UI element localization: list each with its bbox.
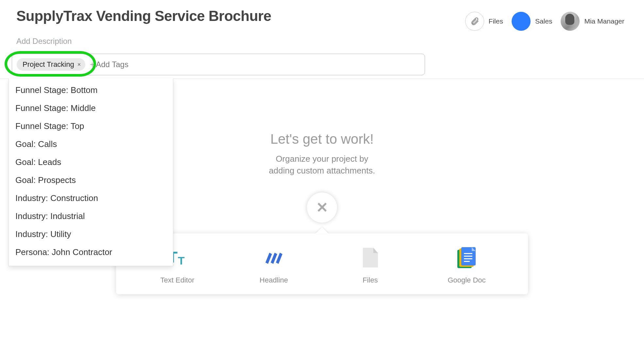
close-icon: ✕: [316, 199, 328, 216]
tag-suggestion-item[interactable]: Industry: Construction: [9, 189, 173, 207]
user-name-label: Mia Manager: [584, 17, 624, 25]
tag-suggestion-item[interactable]: Industry: Utility: [9, 225, 173, 243]
files-button[interactable]: Files: [465, 12, 503, 31]
sales-label: Sales: [535, 17, 552, 25]
tag-chip-label: Project Tracking: [23, 60, 74, 69]
attachment-label: Google Doc: [448, 276, 485, 284]
panel-caret-icon: [315, 227, 329, 234]
svg-rect-5: [464, 253, 472, 254]
close-attachments-button[interactable]: ✕: [307, 192, 337, 223]
tag-suggestion-item[interactable]: Goal: Calls: [9, 135, 173, 153]
tag-suggestion-item[interactable]: Goal: Leads: [9, 153, 173, 171]
user-menu[interactable]: Mia Manager: [561, 12, 624, 31]
tag-suggestions-dropdown: Funnel Stage: Bottom Funnel Stage: Middl…: [8, 79, 173, 266]
add-tag-input[interactable]: [96, 60, 420, 69]
attachment-option-google-doc[interactable]: Google Doc: [434, 247, 500, 284]
description-placeholder: Add Description: [16, 37, 72, 46]
google-doc-icon: [455, 247, 478, 269]
tag-suggestion-item[interactable]: Goal: Prospects: [9, 171, 173, 189]
paperclip-icon: [465, 12, 484, 31]
attachment-option-files[interactable]: Files: [338, 247, 403, 284]
files-label: Files: [489, 17, 503, 25]
tags-row: Project Tracking × +: [0, 46, 644, 75]
sales-button[interactable]: Sales: [512, 12, 552, 31]
tags-input-container[interactable]: Project Tracking × +: [12, 54, 425, 75]
description-field[interactable]: Add Description: [0, 31, 644, 46]
tag-suggestion-item[interactable]: Funnel Stage: Bottom: [9, 81, 173, 99]
tag-remove-icon[interactable]: ×: [77, 61, 81, 68]
svg-text:T: T: [178, 254, 185, 267]
tag-suggestion-item[interactable]: Persona: John Contractor: [9, 243, 173, 261]
page-header: SupplyTrax Vending Service Brochure File…: [0, 0, 644, 31]
headline-icon: [263, 247, 285, 269]
attachment-type-panel: T T Text Editor: [116, 233, 528, 294]
file-icon: [359, 247, 382, 269]
svg-rect-7: [464, 258, 472, 259]
page-root: SupplyTrax Vending Service Brochure File…: [0, 0, 644, 308]
tag-suggestion-item[interactable]: Funnel Stage: Middle: [9, 99, 173, 117]
svg-rect-6: [464, 256, 472, 257]
header-right-group: Files Sales Mia Manager: [465, 8, 631, 31]
project-title[interactable]: SupplyTrax Vending Service Brochure: [16, 8, 271, 24]
add-tag-plus-icon: +: [90, 60, 94, 69]
tag-chip-project-tracking[interactable]: Project Tracking ×: [17, 58, 85, 71]
attachment-option-headline[interactable]: Headline: [241, 247, 307, 284]
attachment-label: Files: [363, 276, 378, 284]
tag-suggestion-item[interactable]: Industry: Industrial: [9, 207, 173, 225]
svg-rect-8: [464, 261, 470, 262]
attachment-label: Headline: [260, 276, 288, 284]
sales-circle-icon: [512, 12, 531, 31]
attachment-label: Text Editor: [161, 276, 195, 284]
user-avatar-icon: [561, 12, 580, 31]
tag-suggestion-item[interactable]: Funnel Stage: Top: [9, 117, 173, 135]
